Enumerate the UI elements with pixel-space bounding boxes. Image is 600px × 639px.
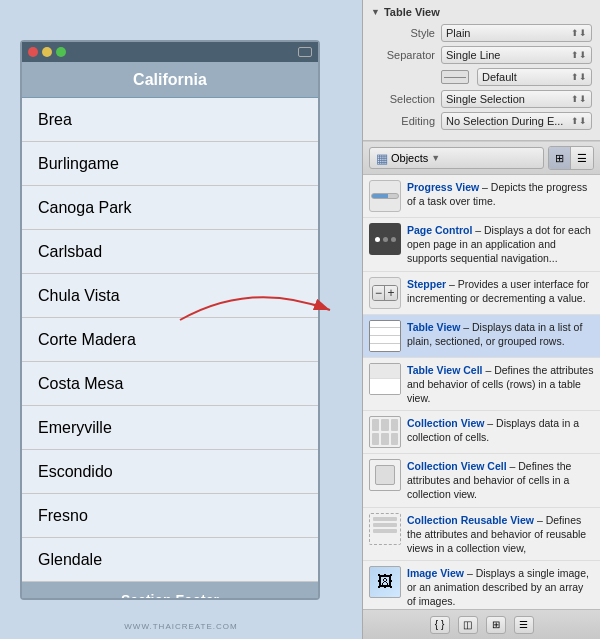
object-name: Image View bbox=[407, 567, 464, 579]
object-icon bbox=[369, 363, 401, 395]
style-select[interactable]: Plain ⬆⬇ bbox=[441, 24, 592, 42]
ios-footer: Section Footer bbox=[22, 582, 318, 598]
separator-dropdown-arrow: ⬆⬇ bbox=[571, 50, 587, 60]
simulator-panel: California BreaBurlingameCanoga ParkCarl… bbox=[0, 0, 362, 639]
table-row[interactable]: Emeryville bbox=[22, 406, 318, 450]
object-icon: − + bbox=[369, 277, 401, 309]
object-name: Collection View Cell bbox=[407, 460, 507, 472]
object-name: Collection Reusable View bbox=[407, 514, 534, 526]
bottom-btn-3[interactable]: ⊞ bbox=[486, 616, 506, 634]
style-label: Style bbox=[371, 27, 441, 39]
object-description: Table View Cell – Defines the attributes… bbox=[407, 363, 594, 406]
list-item[interactable]: Table View – Displays data in a list of … bbox=[363, 315, 600, 358]
object-name: Collection View bbox=[407, 417, 484, 429]
table-row[interactable]: Chula Vista bbox=[22, 274, 318, 318]
selection-row: Selection Single Selection ⬆⬇ bbox=[371, 90, 592, 108]
objects-dropdown-arrow: ▼ bbox=[431, 153, 440, 163]
objects-toolbar: ▦ Objects ▼ ⊞ ☰ bbox=[363, 141, 600, 175]
object-name: Progress View bbox=[407, 181, 479, 193]
separator-label: Separator bbox=[371, 49, 441, 61]
list-item[interactable]: − + Stepper – Provides a user interface … bbox=[363, 272, 600, 315]
table-row[interactable]: Burlingame bbox=[22, 142, 318, 186]
object-description: Image View – Displays a single image, or… bbox=[407, 566, 594, 609]
close-btn[interactable] bbox=[28, 47, 38, 57]
simulator-frame: California BreaBurlingameCanoga ParkCarl… bbox=[20, 40, 320, 600]
selection-dropdown-arrow: ⬆⬇ bbox=[571, 94, 587, 104]
object-name: Page Control bbox=[407, 224, 472, 236]
editing-select[interactable]: No Selection During E... ⬆⬇ bbox=[441, 112, 592, 130]
separator-style-select[interactable]: Default ⬆⬇ bbox=[477, 68, 592, 86]
bottom-btn-4[interactable]: ☰ bbox=[514, 616, 534, 634]
table-row[interactable]: Escondido bbox=[22, 450, 318, 494]
inspector-panel: ▼ Table View Style Plain ⬆⬇ Separator Si… bbox=[362, 0, 600, 639]
object-description: Stepper – Provides a user interface for … bbox=[407, 277, 594, 305]
bottom-toolbar: { } ◫ ⊞ ☰ bbox=[363, 609, 600, 639]
table-row[interactable]: Corte Madera bbox=[22, 318, 318, 362]
bottom-btn-2[interactable]: ◫ bbox=[458, 616, 478, 634]
object-description: Progress View – Depicts the progress of … bbox=[407, 180, 594, 208]
object-name: Table View bbox=[407, 321, 460, 333]
list-item[interactable]: Collection View Cell – Defines the attri… bbox=[363, 454, 600, 508]
inspector-section-title: ▼ Table View bbox=[371, 6, 592, 18]
object-icon bbox=[369, 180, 401, 212]
nav-title: California bbox=[133, 71, 207, 89]
bottom-btn-1[interactable]: { } bbox=[430, 616, 450, 634]
object-icon bbox=[369, 513, 401, 545]
ios-content: California BreaBurlingameCanoga ParkCarl… bbox=[22, 62, 318, 598]
table-row[interactable]: Glendale bbox=[22, 538, 318, 582]
style-dropdown-arrow: ⬆⬇ bbox=[571, 28, 587, 38]
list-item[interactable]: Progress View – Depicts the progress of … bbox=[363, 175, 600, 218]
object-name: Table View Cell bbox=[407, 364, 482, 376]
object-icon bbox=[369, 459, 401, 491]
separator-select[interactable]: Single Line ⬆⬇ bbox=[441, 46, 592, 64]
object-description: Collection View Cell – Defines the attri… bbox=[407, 459, 594, 502]
table-row[interactable]: Fresno bbox=[22, 494, 318, 538]
object-icon bbox=[369, 223, 401, 255]
grid-view-btn[interactable]: ⊞ bbox=[549, 147, 571, 169]
object-description: Page Control – Displays a dot for each o… bbox=[407, 223, 594, 266]
table-row[interactable]: Brea bbox=[22, 98, 318, 142]
ios-header: California bbox=[22, 62, 318, 98]
separator-row: Separator Single Line ⬆⬇ bbox=[371, 46, 592, 64]
object-icon: 🖼 bbox=[369, 566, 401, 598]
default-dropdown-arrow: ⬆⬇ bbox=[571, 72, 587, 82]
objects-list: Progress View – Depicts the progress of … bbox=[363, 175, 600, 609]
list-item[interactable]: Collection View – Displays data in a col… bbox=[363, 411, 600, 454]
separator-style-row: Default ⬆⬇ bbox=[371, 68, 592, 86]
list-item[interactable]: Page Control – Displays a dot for each o… bbox=[363, 218, 600, 272]
list-item[interactable]: Table View Cell – Defines the attributes… bbox=[363, 358, 600, 412]
tableview-inspector: ▼ Table View Style Plain ⬆⬇ Separator Si… bbox=[363, 0, 600, 141]
table-row[interactable]: Carlsbad bbox=[22, 230, 318, 274]
editing-label: Editing bbox=[371, 115, 441, 127]
watermark: WWW.THAICREATE.COM bbox=[124, 622, 237, 631]
list-item[interactable]: 🖼 Image View – Displays a single image, … bbox=[363, 561, 600, 609]
selection-select[interactable]: Single Selection ⬆⬇ bbox=[441, 90, 592, 108]
style-row: Style Plain ⬆⬇ bbox=[371, 24, 592, 42]
simulator-titlebar bbox=[22, 42, 318, 62]
object-description: Collection Reusable View – Defines the a… bbox=[407, 513, 594, 556]
resize-handle bbox=[298, 47, 312, 57]
minimize-btn[interactable] bbox=[42, 47, 52, 57]
table-list: BreaBurlingameCanoga ParkCarlsbadChula V… bbox=[22, 98, 318, 582]
object-description: Collection View – Displays data in a col… bbox=[407, 416, 594, 444]
editing-row: Editing No Selection During E... ⬆⬇ bbox=[371, 112, 592, 130]
maximize-btn[interactable] bbox=[56, 47, 66, 57]
selection-label: Selection bbox=[371, 93, 441, 105]
list-item[interactable]: Collection Reusable View – Defines the a… bbox=[363, 508, 600, 562]
object-icon bbox=[369, 416, 401, 448]
objects-dropdown-btn[interactable]: ▦ Objects ▼ bbox=[369, 147, 544, 169]
object-icon bbox=[369, 320, 401, 352]
object-name: Stepper bbox=[407, 278, 446, 290]
table-row[interactable]: Canoga Park bbox=[22, 186, 318, 230]
table-row[interactable]: Costa Mesa bbox=[22, 362, 318, 406]
editing-dropdown-arrow: ⬆⬇ bbox=[571, 116, 587, 126]
object-description: Table View – Displays data in a list of … bbox=[407, 320, 594, 348]
list-view-btn[interactable]: ☰ bbox=[571, 147, 593, 169]
separator-icon bbox=[441, 70, 469, 84]
view-toggle: ⊞ ☰ bbox=[548, 146, 594, 170]
